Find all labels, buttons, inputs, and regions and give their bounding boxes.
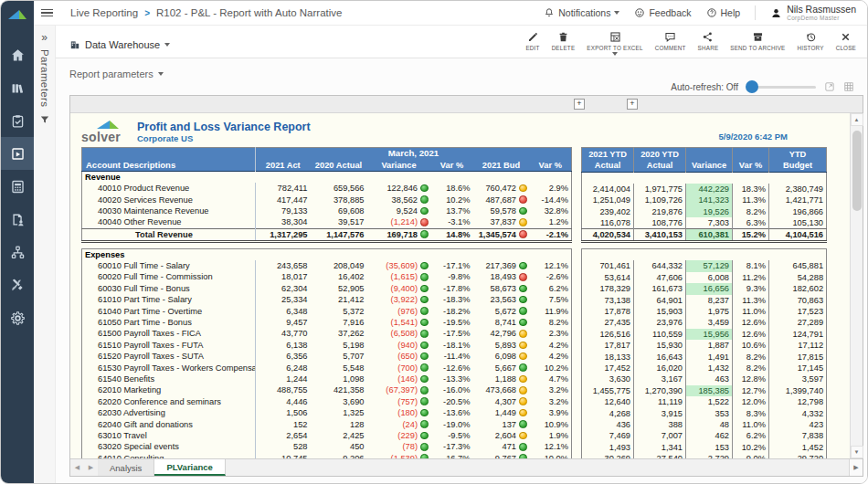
vertical-scrollbar[interactable]: ▲ ▼ [850,113,863,458]
hscroll-right-icon[interactable]: ▶ [849,459,863,476]
status-light-yellow-icon [519,352,527,361]
smiley-icon [634,7,645,18]
status-light-green-icon [420,262,429,270]
table-row: 61040 Part Time - Overtime6,3485,372(976… [82,306,572,317]
sheet-tab-strip: ◀ ▶ AnalysisPLVariance ▶ [70,458,863,476]
action-comment-button[interactable]: COMMENT [655,29,686,56]
status-light-green-icon [420,195,429,204]
sidebar-nav [1,1,34,483]
books-icon [10,80,26,96]
parameters-rail-label[interactable]: Parameters [39,49,50,107]
chevron-down-icon [614,11,619,15]
status-light-green-icon [420,285,429,293]
hamburger-menu-icon[interactable] [41,9,53,17]
sidebar-item-reports[interactable] [1,137,34,170]
scroll-up-icon[interactable]: ▲ [851,113,863,126]
hierarchy-icon [10,245,26,260]
feedback-button[interactable]: Feedback [634,7,691,18]
archive-icon [752,31,764,43]
sheet-tab-analysis[interactable]: Analysis [98,459,154,476]
comment-icon [664,31,676,43]
table-row: 53,61447,6066,00811.2%54,288 [582,272,827,283]
status-light-red-icon [519,273,527,281]
filter-icon[interactable] [39,114,50,125]
vertical-scroll-thumb[interactable] [852,131,862,211]
trash-icon [557,31,569,43]
sidebar-item-tasks[interactable] [1,104,34,137]
report-sheet: solver Profit and Loss Variance Report C… [70,113,850,458]
table-row: 40030 Maintenance Revenue79,13369,6089,5… [82,205,572,216]
table-row: 4363884811.0%423 [582,419,827,430]
autorefresh-label: Auto-refresh: Off [671,82,738,92]
status-light-green-icon [519,285,527,293]
sheet-tab-plvariance[interactable]: PLVariance [154,459,226,476]
pencil-icon [527,31,539,43]
column-header: Variance [367,160,431,172]
help-button[interactable]: Help [706,7,741,18]
status-light-yellow-icon [519,397,527,405]
user-menu[interactable]: Nils Rasmussen CorpDemo Master [770,5,856,21]
breadcrumb-root[interactable]: Live Reporting [70,7,138,18]
status-light-green-icon [519,319,527,327]
sheet-nav-right-icon[interactable]: ▶ [84,459,98,476]
solver-logo-icon[interactable] [7,7,27,24]
autorefresh-slider[interactable] [746,86,816,89]
help-icon [706,7,717,18]
table-row: 116,078108,7767,3036.3%105,130 [582,217,827,229]
notifications-menu[interactable]: Notifications [544,7,619,18]
breadcrumb-current: R102 - P&L - Report with Auto Narrative [156,7,342,18]
table-row: 40020 Services Revenue417,447378,88538,5… [82,195,572,205]
status-light-green-icon [420,432,429,440]
sidebar-item-budgeting[interactable] [1,170,34,203]
action-delete-button[interactable]: DELETE [552,29,576,56]
popout-icon[interactable] [824,81,835,92]
spacer-row [582,173,827,184]
data-source-selector[interactable]: Data Warehouse [69,34,170,56]
toolbar-actions: EDITDELETEEXPORT TO EXCELCOMMENTSHARESEN… [525,29,856,56]
report-subtitle: Corporate US [137,133,311,143]
action-edit-button[interactable]: EDIT [525,29,539,56]
gear-icon [10,310,26,326]
clipboard-check-icon [10,113,26,129]
action-label: EXPORT TO EXCEL [587,45,642,51]
sidebar-item-workflows[interactable] [1,236,34,268]
sidebar-item-home[interactable] [1,38,34,71]
expand-group-button[interactable]: + [574,99,585,110]
slider-thumb-icon[interactable] [746,80,758,93]
account-label: 60010 Full Time - Salary [82,260,256,271]
column-header: 2020 Actual [311,160,367,172]
action-close-button[interactable]: CLOSE [836,29,856,56]
expand-group-button[interactable]: + [627,99,638,110]
sidebar-item-library[interactable] [1,71,34,104]
table-row: 63020 Special events528450(78)-17.3%4711… [82,441,572,452]
status-light-green-icon [420,363,429,372]
expand-panel-icon[interactable]: » [41,33,48,42]
action-share-button[interactable]: SHARE [698,29,719,56]
column-header: 2020 YTDActual [634,148,686,173]
action-send-to-archive-button[interactable]: SEND TO ARCHIVE [730,29,785,56]
horizontal-scroll-track[interactable] [226,459,849,476]
action-history-button[interactable]: HISTORY [797,29,823,56]
column-header: Variance [686,148,733,173]
sidebar-item-settings[interactable] [1,301,34,334]
account-label: 40040 Other Revenue [82,216,256,228]
table-row: 61050 Part Time - Bonus9,4577,916(1,541)… [82,317,572,328]
action-export-to-excel-button[interactable]: EXPORT TO EXCEL [587,29,642,56]
table-row: 17,45216,0201,4328.2%17,145 [582,363,827,374]
scroll-down-icon[interactable]: ▼ [851,446,863,458]
chevron-down-icon [612,52,618,56]
report-parameters-toggle[interactable]: Report parameters [69,68,164,79]
status-light-green-icon [519,262,527,270]
table-row: 63010 Travel2,6542,425(229)-9.5%2,6041.9… [82,430,572,441]
status-light-green-icon [420,296,429,304]
breadcrumb-separator-icon: > [144,8,150,18]
account-label: 64010 Consulting [82,453,256,458]
sidebar-item-admin-tools[interactable] [1,268,34,301]
sidebar-item-assignments[interactable] [1,203,34,236]
sheet-nav-left-icon[interactable]: ◀ [70,459,84,476]
grid-view-icon[interactable] [843,81,854,92]
table-row: 701,461644,33257,1298.1%645,881 [582,260,827,271]
status-light-yellow-icon [519,409,527,417]
report-play-icon [10,146,26,162]
action-label: DELETE [552,45,576,51]
